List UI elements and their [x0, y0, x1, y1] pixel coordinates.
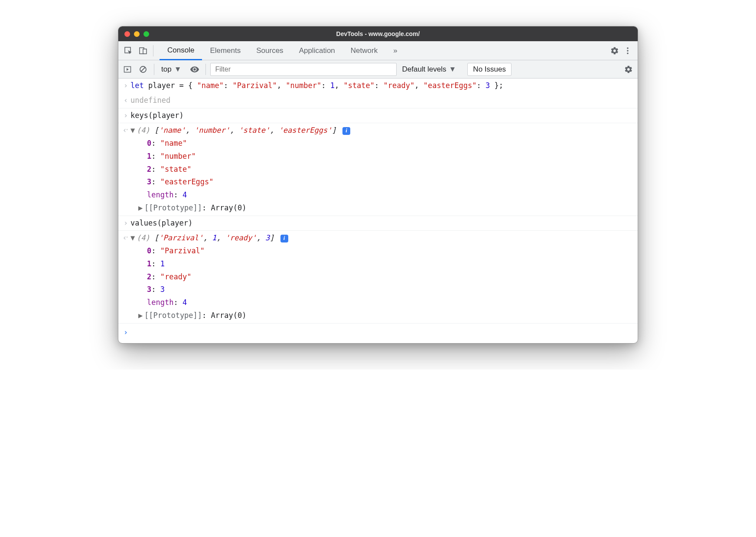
console-toolbar: top ▼ Default levels ▼ No Issues: [118, 60, 638, 79]
array-item[interactable]: 3: 3: [147, 283, 633, 296]
console-code: keys(player): [130, 109, 638, 122]
issues-button[interactable]: No Issues: [467, 63, 512, 76]
divider: [154, 64, 154, 75]
context-label: top: [161, 65, 172, 74]
execution-context-selector[interactable]: top ▼: [159, 63, 186, 76]
device-toolbar-icon[interactable]: [137, 44, 150, 57]
console-prompt[interactable]: ›: [118, 324, 638, 344]
output-chevron-icon: ‹•: [121, 232, 130, 322]
svg-point-5: [627, 52, 629, 54]
array-item[interactable]: 3: "easterEggs": [147, 176, 633, 189]
main-tabbar: Console Elements Sources Application Net…: [118, 41, 638, 60]
kebab-menu-icon[interactable]: [621, 44, 634, 57]
info-icon[interactable]: i: [280, 235, 288, 242]
console-input-row: ›let player = { "name": "Parzival", "num…: [118, 79, 638, 93]
live-expression-icon[interactable]: [188, 63, 201, 76]
console-input-row: ›keys(player): [118, 108, 638, 124]
array-item[interactable]: 1: "number": [147, 150, 633, 163]
expand-toggle-icon[interactable]: ▼: [130, 232, 137, 245]
array-item[interactable]: 1: 1: [147, 258, 633, 271]
info-icon[interactable]: i: [342, 127, 350, 135]
filter-field[interactable]: [210, 63, 397, 76]
expand-toggle-icon[interactable]: ▶: [138, 202, 144, 215]
array-preview[interactable]: ▼(4) ['name', 'number', 'state', 'easter…: [130, 124, 633, 137]
svg-line-8: [141, 67, 145, 72]
console-array-result: ‹•▼(4) ['name', 'number', 'state', 'east…: [118, 123, 638, 216]
array-item[interactable]: 0: "name": [147, 137, 633, 150]
toggle-sidebar-icon[interactable]: [121, 63, 134, 76]
expand-toggle-icon[interactable]: ▼: [130, 124, 137, 137]
settings-icon[interactable]: [608, 44, 621, 57]
tab-application[interactable]: Application: [291, 41, 343, 60]
array-item[interactable]: 2: "ready": [147, 271, 633, 284]
undefined-value: undefined: [130, 94, 638, 107]
window-title: DevTools - www.google.com/: [118, 30, 638, 37]
input-chevron-icon: ›: [121, 217, 130, 230]
svg-point-4: [627, 50, 629, 52]
chevron-down-icon: ▼: [174, 65, 182, 74]
array-prototype[interactable]: ▶[[Prototype]]: Array(0): [138, 202, 633, 215]
input-chevron-icon: ›: [121, 109, 130, 122]
devtools-window: DevTools - www.google.com/ Console Eleme…: [118, 26, 638, 344]
chevron-down-icon: ▼: [449, 65, 456, 74]
array-preview[interactable]: ▼(4) ['Parzival', 1, 'ready', 3] i: [130, 232, 633, 245]
tab-network[interactable]: Network: [343, 41, 385, 60]
titlebar: DevTools - www.google.com/: [118, 26, 638, 41]
input-chevron-icon: ›: [121, 79, 130, 92]
console-output: ›let player = { "name": "Parzival", "num…: [118, 79, 638, 343]
panel-tabs: Console Elements Sources Application Net…: [160, 41, 405, 60]
levels-label: Default levels: [402, 65, 446, 74]
tab-console[interactable]: Console: [160, 41, 202, 60]
array-length: length: 4: [147, 296, 633, 309]
array-item[interactable]: 0: "Parzival": [147, 245, 633, 258]
tab-sources[interactable]: Sources: [248, 41, 291, 60]
inspect-element-icon[interactable]: [122, 44, 135, 57]
divider: [153, 45, 153, 56]
array-length: length: 4: [147, 189, 633, 202]
divider: [205, 64, 206, 75]
array-prototype[interactable]: ▶[[Prototype]]: Array(0): [138, 309, 633, 322]
console-input-row: ›values(player): [118, 216, 638, 231]
console-settings-icon[interactable]: [622, 63, 635, 76]
output-chevron-icon: ‹•: [121, 124, 130, 214]
expand-toggle-icon[interactable]: ▶: [138, 309, 144, 322]
window-controls: [124, 31, 149, 37]
clear-console-icon[interactable]: [137, 63, 150, 76]
more-tabs-button[interactable]: »: [385, 41, 405, 60]
log-levels-selector[interactable]: Default levels ▼: [399, 65, 459, 74]
minimize-window-button[interactable]: [134, 31, 140, 37]
close-window-button[interactable]: [124, 31, 130, 37]
prompt-chevron-icon: ›: [121, 326, 130, 339]
tab-elements[interactable]: Elements: [202, 41, 248, 60]
console-array-result: ‹•▼(4) ['Parzival', 1, 'ready', 3] i0: "…: [118, 231, 638, 323]
console-output-row: ‹undefined: [118, 93, 638, 108]
filter-input[interactable]: [210, 63, 397, 76]
output-chevron-icon: ‹: [121, 94, 130, 107]
array-item[interactable]: 2: "state": [147, 163, 633, 176]
zoom-window-button[interactable]: [143, 31, 149, 37]
console-code: let player = { "name": "Parzival", "numb…: [130, 79, 638, 92]
svg-point-3: [627, 47, 629, 49]
svg-rect-2: [143, 49, 147, 54]
console-code: values(player): [130, 217, 638, 230]
